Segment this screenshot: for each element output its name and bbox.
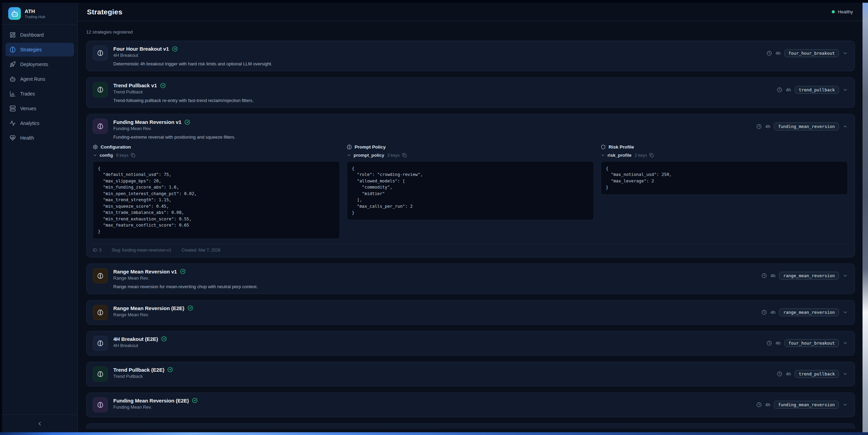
chevron-down-icon[interactable] xyxy=(843,341,848,346)
chevron-down-icon[interactable] xyxy=(601,153,605,157)
chevron-up-icon[interactable] xyxy=(843,124,848,129)
strategy-card[interactable]: Range Mean Reversion (E2E)Range Mean Rev… xyxy=(86,300,855,325)
clock-icon xyxy=(756,402,762,407)
strategy-slug-badge: range_mean_reversion xyxy=(779,272,839,280)
strategy-card[interactable]: Range Mean Reversion v1Range Mean Rev.Ra… xyxy=(86,264,855,294)
chevron-down-icon[interactable] xyxy=(843,51,848,56)
copy-icon[interactable] xyxy=(649,153,654,157)
strategy-card[interactable]: Trend Pullback v1Trend PullbackTrend-fol… xyxy=(86,77,855,108)
app-name: ATH xyxy=(25,8,45,14)
brand: ATH Trading Hub xyxy=(2,3,77,25)
sidebar-item-label: Analytics xyxy=(20,120,39,126)
sidebar-item-trades[interactable]: Trades xyxy=(5,87,74,101)
json-toggle-row: prompt_policy3 keys xyxy=(347,153,594,158)
activity-icon xyxy=(10,120,16,126)
card-header: 4H Breakout (E2E)4H Breakout4hfour_hour_… xyxy=(93,336,848,351)
sidebar-item-label: Health xyxy=(20,135,34,141)
gear-icon xyxy=(93,144,98,150)
strategy-name: Trend Pullback (E2E) xyxy=(113,367,164,373)
dashboard-icon xyxy=(10,32,16,38)
card-info: Four Hour Breakout v14H BreakoutDetermin… xyxy=(113,46,761,66)
sidebar: ATH Trading Hub DashboardStrategiesDeplo… xyxy=(2,3,78,432)
sidebar-item-label: Venues xyxy=(20,106,36,111)
status-dot-icon xyxy=(832,10,835,13)
clock-icon xyxy=(762,273,767,278)
sidebar-collapse-button[interactable] xyxy=(37,421,43,427)
strategy-subtitle: Trend Pullback xyxy=(113,89,771,94)
strategy-icon-tile xyxy=(93,82,108,97)
sidebar-footer xyxy=(2,414,77,432)
sidebar-item-deployments[interactable]: Deployments xyxy=(5,57,74,71)
bar-chart-icon xyxy=(10,91,16,97)
json-key-name: risk_profile xyxy=(608,153,631,158)
sidebar-item-strategies[interactable]: Strategies xyxy=(5,43,74,56)
card-info: Funding Mean Reversion v1Funding Mean Re… xyxy=(113,119,751,140)
strategy-card[interactable]: Funding Mean Reversion (E2E)Funding Mean… xyxy=(86,393,855,417)
strategy-icon-tile xyxy=(93,119,108,134)
check-circle-icon xyxy=(161,336,167,342)
section-header: Prompt Policy xyxy=(347,144,594,150)
card-title-row: Trend Pullback v1 xyxy=(113,82,771,88)
copy-icon[interactable] xyxy=(131,153,135,157)
json-key-count: 3 keys xyxy=(387,153,400,158)
chevron-down-icon[interactable] xyxy=(843,310,848,315)
strategy-slug-badge: trend_pullback xyxy=(795,86,839,94)
card-info: 4H Breakout (E2E)4H Breakout xyxy=(113,336,761,348)
card-info: Trend Pullback (E2E)Trend Pullback xyxy=(113,367,771,379)
check-circle-icon xyxy=(180,269,186,274)
interval-label: 4h xyxy=(770,310,775,315)
strategy-slug-badge: funding_mean_reversion xyxy=(774,401,839,409)
brain-icon xyxy=(347,144,352,150)
sidebar-nav: DashboardStrategiesDeploymentsAgent Runs… xyxy=(2,25,77,414)
card-meta: 4htrend_pullback xyxy=(777,367,848,382)
interval-label: 4h xyxy=(765,124,770,129)
strategy-name: Trend Pullback v1 xyxy=(113,82,157,88)
clock-icon xyxy=(777,371,782,376)
strategy-slug-badge: range_mean_reversion xyxy=(779,308,839,316)
app-logo-bot-icon xyxy=(8,7,21,20)
card-title-row: Range Mean Reversion v1 xyxy=(113,269,756,274)
rocket-icon xyxy=(10,61,16,67)
brain-icon xyxy=(97,402,103,408)
chevron-down-icon[interactable] xyxy=(93,153,97,157)
sidebar-item-label: Trades xyxy=(20,91,35,97)
card-info: Range Mean Reversion (E2E)Range Mean Rev… xyxy=(113,305,756,317)
detail-slug: Slug: funding-mean-reversion-v1 xyxy=(112,248,171,253)
sidebar-item-dashboard[interactable]: Dashboard xyxy=(5,28,74,42)
section-title: Risk Profile xyxy=(609,144,634,150)
sidebar-item-venues[interactable]: Venues xyxy=(5,102,74,115)
card-header: Trend Pullback (E2E)Trend Pullback4htren… xyxy=(93,367,848,382)
interval-label: 4h xyxy=(786,371,791,376)
chevron-left-icon xyxy=(37,421,43,427)
chevron-down-icon[interactable] xyxy=(843,371,848,376)
brain-icon xyxy=(97,371,103,377)
interval-label: 4h xyxy=(776,341,780,346)
sidebar-item-label: Dashboard xyxy=(20,32,44,38)
brain-icon xyxy=(97,273,103,279)
strategy-card[interactable]: Four Hour Breakout v14H BreakoutDetermin… xyxy=(86,41,855,71)
json-key-name: prompt_policy xyxy=(354,153,384,158)
sidebar-item-analytics[interactable]: Analytics xyxy=(5,116,74,130)
strategy-name: Range Mean Reversion v1 xyxy=(113,269,177,274)
card-meta: 4hrange_mean_reversion xyxy=(762,268,848,283)
interval-label: 4h xyxy=(765,402,770,407)
chevron-down-icon[interactable] xyxy=(843,402,848,407)
sidebar-item-health[interactable]: Health xyxy=(5,131,74,145)
strategy-card[interactable]: 4H Breakout (E2E)4H Breakout4hfour_hour_… xyxy=(86,331,855,356)
strategy-card[interactable]: Funding Mean Reversion v1Funding Mean Re… xyxy=(86,114,855,257)
strategy-card[interactable]: Trend Pullback (E2E)Trend Pullback4htren… xyxy=(86,362,855,386)
card-meta: 4htrend_pullback xyxy=(777,82,848,97)
chevron-down-icon[interactable] xyxy=(347,153,351,157)
card-header: Range Mean Reversion (E2E)Range Mean Rev… xyxy=(93,305,848,320)
sidebar-item-agent-runs[interactable]: Agent Runs xyxy=(5,72,74,86)
card-title-row: Funding Mean Reversion v1 xyxy=(113,119,751,125)
card-meta: 4hfunding_mean_reversion xyxy=(756,119,848,134)
scrollbar[interactable] xyxy=(863,3,868,432)
strategy-subtitle: Range Mean Rev. xyxy=(113,312,756,317)
strategy-description: Funding-extreme reversal with positionin… xyxy=(113,135,751,140)
copy-icon[interactable] xyxy=(402,153,407,157)
strategy-name: Four Hour Breakout v1 xyxy=(113,46,169,52)
strategy-subtitle: Range Mean Rev. xyxy=(113,276,756,281)
chevron-down-icon[interactable] xyxy=(843,273,848,278)
chevron-down-icon[interactable] xyxy=(843,87,848,92)
